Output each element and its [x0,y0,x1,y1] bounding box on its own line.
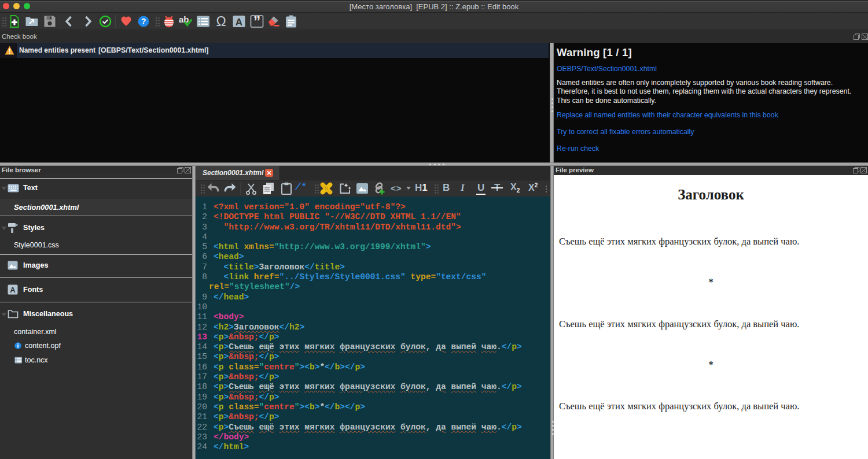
svg-text:?: ? [141,17,146,26]
svg-text:”: ” [253,14,261,28]
svg-text:ab: ab [179,14,189,24]
svg-text:A: A [10,286,16,294]
svg-text:A: A [236,17,242,28]
